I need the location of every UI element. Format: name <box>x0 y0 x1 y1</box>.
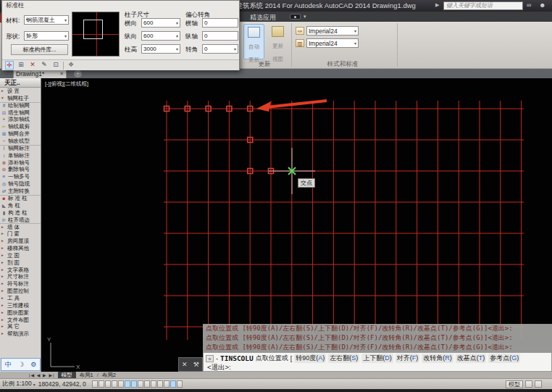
sidebar-item-group[interactable]: ▸墙 体 <box>0 223 41 230</box>
night-mode-icon[interactable]: ☽ <box>18 361 24 368</box>
language-icon[interactable]: 中 <box>5 360 12 370</box>
edit-column-icon[interactable]: ✎ <box>40 61 49 70</box>
sidebar-item-cmd[interactable]: ▮构 造 柱 <box>0 209 41 217</box>
settings-gear-icon[interactable]: ⚙ <box>30 361 36 368</box>
grid-display-toggle[interactable] <box>105 380 111 388</box>
viewport-controls[interactable]: [-][俯视][二维线框] <box>45 80 88 88</box>
sidebar-item-group[interactable]: ▸尺寸标注 <box>0 273 41 280</box>
3d-object-snap-toggle[interactable] <box>131 380 137 388</box>
replace-column-icon[interactable]: ✕ <box>28 61 37 70</box>
sidebar-item-cmd[interactable]: ⊖删除轴号 <box>0 166 41 173</box>
command-option-R[interactable]: 改转角(R) <box>422 354 453 363</box>
video-icon[interactable] <box>290 14 301 20</box>
sidebar-item-cmd[interactable]: #绘制轴网 <box>0 102 41 109</box>
sidebar-item-cmd[interactable]: ✂轴线裁剪 <box>0 123 41 130</box>
sidebar-item-group[interactable]: ▸工 具 <box>0 295 41 302</box>
screen-menu-header[interactable]: 天正.. <box>0 78 41 88</box>
layout-tab-layout2[interactable]: 布局2 <box>99 372 120 379</box>
layout-tab-layout1[interactable]: 布局1 <box>76 372 97 379</box>
sidebar-item-cmd[interactable]: ⊟墙生轴网 <box>0 109 41 117</box>
scale-indicator[interactable]: 比例 1:100 <box>2 380 32 388</box>
command-option-A[interactable]: 转90度(A) <box>294 354 326 363</box>
sidebar-item-cmd[interactable]: ⇄主附转换 <box>0 188 41 195</box>
sidebar-item-cmd[interactable]: ⊪柱齐墙边 <box>0 216 41 223</box>
sidebar-item-cmd[interactable]: ~轴改线型 <box>0 138 41 145</box>
infocenter-toggle-icon[interactable]: ▶ <box>435 2 439 8</box>
sidebar-item-group[interactable]: ▸文件布图 <box>0 317 41 324</box>
ortho-mode-toggle[interactable] <box>112 380 117 388</box>
search-binoculars-icon[interactable]: ∞ <box>527 1 531 9</box>
workspace-switch-icon[interactable] <box>535 380 542 388</box>
sidebar-item-group[interactable]: ▸立 面 <box>0 252 41 259</box>
sidebar-item-cmd[interactable]: ≡一轴多号 <box>0 173 41 180</box>
command-prompt-icon[interactable]: » <box>206 355 214 362</box>
chevron-down-icon[interactable]: ▾ <box>304 14 306 20</box>
sidebar-item-group[interactable]: ▸设 置 <box>0 88 41 95</box>
sidebar-item-group[interactable]: ▸其 它 <box>0 323 41 330</box>
sidebar-item-cmd[interactable]: +添加轴线 <box>0 116 41 123</box>
auto-update-button[interactable]: 自动 更新 <box>243 24 264 59</box>
coordinates-readout[interactable]: 180429, 42942, 0 <box>38 380 86 388</box>
tab-nav-buttons[interactable]: |◀ ◀ ▶ ▶| <box>29 372 55 378</box>
column-offset-input[interactable]: 0 <box>202 31 238 41</box>
dimension-style-select[interactable]: Imperial24▾ <box>306 38 359 48</box>
shape-select[interactable]: 矩形 ▾ <box>24 31 69 41</box>
sidebar-item-group[interactable]: ▸符号标注 <box>0 280 41 288</box>
column-size-input[interactable]: 3000▾ <box>141 44 180 54</box>
dimension-style-select[interactable]: Imperial24▾ <box>306 26 359 36</box>
sidebar-item-cmd[interactable]: ◎轴号隐现 <box>0 180 41 188</box>
sidebar-item-group[interactable]: ▸图层控制 <box>0 288 41 295</box>
infer-constraints-toggle[interactable] <box>92 380 98 388</box>
axis-array-icon[interactable]: ⊞ <box>17 61 25 70</box>
transparency-toggle[interactable] <box>164 380 170 388</box>
library-tool-icon[interactable]: ❖ <box>67 61 75 70</box>
snap-mode-toggle[interactable] <box>99 380 104 388</box>
pick-style-icon[interactable]: ⊡ <box>51 61 60 70</box>
column-offset-input[interactable]: 0 <box>202 18 238 28</box>
sidebar-item-cmd[interactable]: I轴网标注 <box>0 145 41 152</box>
column-offset-input[interactable]: 0▾ <box>202 44 238 54</box>
sidebar-item-group[interactable]: ▾轴网柱子 <box>0 95 41 102</box>
sidebar-item-group[interactable]: ▸剖 面 <box>0 259 41 267</box>
sidebar-item-group[interactable]: ▸文字表格 <box>0 266 41 273</box>
maximize-viewport-icon[interactable] <box>525 380 532 388</box>
close-icon[interactable]: ✕ <box>59 71 64 77</box>
chevron-down-icon[interactable]: ▾ <box>33 382 35 387</box>
component-library-button[interactable]: 标准构件库... <box>11 44 68 55</box>
dynamic-input-toggle[interactable] <box>151 380 156 388</box>
sidebar-item-cmd[interactable]: ⊕添补轴号 <box>0 159 41 167</box>
selection-cycling-toggle[interactable] <box>177 380 183 388</box>
material-select[interactable]: 钢筋混凝土 ▾ <box>24 15 69 25</box>
sidebar-item-group[interactable]: ▸楼梯其他 <box>0 245 41 252</box>
quick-properties-toggle[interactable] <box>170 380 176 388</box>
search-input[interactable]: 键入关键字或短语 <box>443 1 523 10</box>
layout-tab-model[interactable]: 模型 <box>58 372 76 379</box>
sign-in-user-icon[interactable]: ☻ <box>539 1 545 9</box>
command-option-D[interactable]: 上下翻(D) <box>361 354 393 363</box>
insert-column-icon[interactable]: ✛ <box>5 61 14 70</box>
sidebar-item-group[interactable]: ▸三维建模 <box>0 302 41 309</box>
polar-tracking-toggle[interactable] <box>118 380 124 388</box>
command-option-G[interactable]: 参考点(G) <box>488 354 520 363</box>
new-drawing-button[interactable]: + <box>74 70 82 78</box>
close-icon[interactable]: ✕ <box>182 361 188 368</box>
column-size-input[interactable]: 600▾ <box>141 31 180 41</box>
column-size-input[interactable]: 600▾ <box>141 18 180 28</box>
sidebar-item-group[interactable]: ▸门 窗 <box>0 230 41 238</box>
object-snap-tracking-toggle[interactable] <box>138 380 143 388</box>
dynamic-ucs-toggle[interactable] <box>144 380 150 388</box>
command-option-S[interactable]: 左右翻(S) <box>328 354 359 363</box>
sidebar-item-cmd[interactable]: ■标 准 柱 <box>0 195 41 202</box>
sidebar-item-cmd[interactable]: ⊞轴网合并 <box>0 130 41 138</box>
model-space-button[interactable]: 模型 <box>506 380 523 388</box>
sidebar-item-group[interactable]: ▸图块图案 <box>0 309 41 317</box>
sidebar-item-cmd[interactable]: ↕单轴标注 <box>0 152 41 159</box>
command-option-F[interactable]: 对齐(F) <box>396 354 420 363</box>
object-snap-toggle[interactable] <box>125 380 130 388</box>
sidebar-item-group[interactable]: ▸帮助演示 <box>0 330 41 338</box>
sidebar-item-group[interactable]: ▸房间屋顶 <box>0 238 41 245</box>
command-option-T[interactable]: 改基点(T) <box>456 354 487 363</box>
update-view-button[interactable]: 更新 视图 <box>267 24 288 59</box>
lineweight-toggle[interactable] <box>157 380 163 388</box>
sidebar-item-cmd[interactable]: ◣角 柱 <box>0 202 41 209</box>
